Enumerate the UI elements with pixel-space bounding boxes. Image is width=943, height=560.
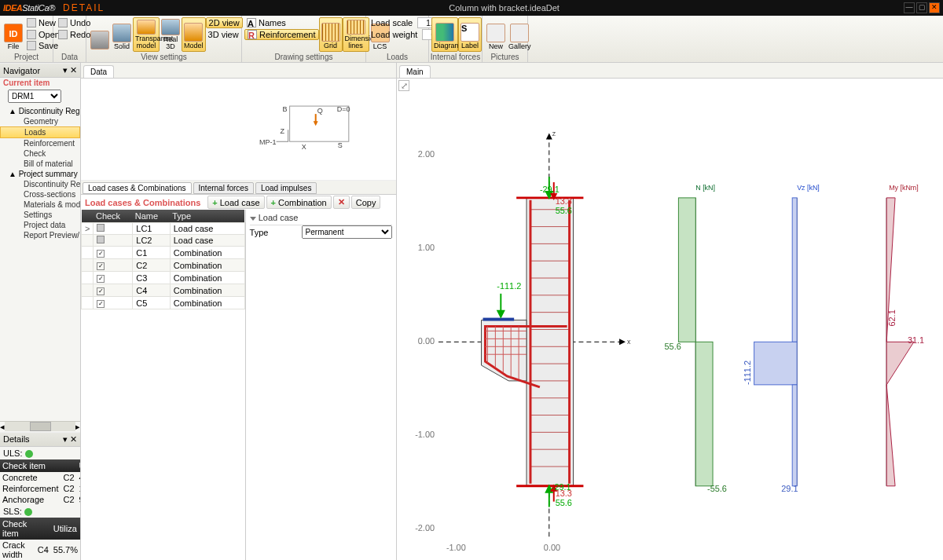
svg-text:0.00: 0.00 (544, 543, 560, 552)
sls-table: Check itemUtiliza Crack widthC455.7% (0, 518, 80, 560)
nav-hscroll[interactable]: ◂▸ (0, 421, 80, 432)
svg-text:-29.1: -29.1 (552, 482, 571, 492)
nav-tree: ▲ Discontinuity RegionGeometryLoadsReinf… (0, 106, 80, 421)
restore-icon[interactable]: ▢ (916, 2, 927, 13)
svg-marker-88 (886, 385, 895, 486)
nav-item[interactable]: Check (0, 148, 80, 159)
brand-reg: ® (49, 3, 55, 13)
sls-label: SLS: (0, 505, 80, 518)
titlebar: IDEA StatiCa ® DETAIL Column with bracke… (0, 0, 943, 16)
type-select[interactable]: Permanent (302, 225, 392, 239)
type-label: Type (250, 228, 297, 237)
dimlines-button[interactable]: Dimension lines (343, 17, 369, 52)
brand-name: StatiCa (22, 3, 49, 13)
drawing-canvas[interactable]: 2.00 1.00 0.00 -1.00 -2.00 -1.00 0.00 x … (397, 93, 943, 560)
current-item-select[interactable]: DRM1 (8, 90, 61, 103)
prop-head: Load case (259, 213, 299, 222)
tab-data[interactable]: Data (83, 65, 114, 78)
table-row[interactable]: LC2Load case (82, 235, 245, 247)
add-combination-button[interactable]: +Combination (266, 196, 332, 209)
grid-button[interactable]: Grid (319, 17, 343, 52)
reinforcement-button[interactable]: RReinforcement (244, 29, 319, 40)
nav-item[interactable]: ▲ Discontinuity Region (0, 106, 80, 116)
svg-text:55.6: 55.6 (665, 342, 681, 351)
new-picture-button[interactable]: New (485, 17, 507, 52)
group-loads-label: Loads (366, 53, 428, 61)
nav-item[interactable]: Cross-sections (0, 189, 80, 199)
ok-icon (24, 508, 32, 516)
names-button[interactable]: ANames (244, 17, 319, 28)
svg-text:-55.6: -55.6 (707, 484, 727, 493)
svg-rect-23 (527, 198, 574, 486)
svg-marker-87 (886, 342, 914, 385)
diagram-button[interactable]: Diagram (431, 17, 458, 52)
svg-text:62.1: 62.1 (887, 309, 897, 326)
svg-text:B: B (283, 105, 288, 113)
svg-text:29.1: 29.1 (781, 484, 798, 493)
view3d-button[interactable]: 3D view (206, 29, 243, 40)
viewmode-button[interactable] (89, 17, 111, 52)
minimize-icon[interactable]: — (904, 2, 915, 13)
table-row[interactable]: ✓C3Combination (82, 272, 245, 284)
close-icon[interactable]: ✕ (929, 2, 940, 13)
nav-item[interactable]: Report Preview/Print (0, 230, 80, 240)
svg-marker-21 (546, 134, 552, 140)
svg-rect-80 (754, 342, 798, 385)
group-project-label: Project (0, 53, 53, 61)
nav-item[interactable]: Bill of material (0, 159, 80, 169)
window-title: Column with bracket.ideaDet (105, 3, 904, 13)
table-row[interactable]: ✓C4Combination (82, 284, 245, 297)
expand-icon[interactable]: ⤢ (398, 80, 409, 91)
nav-item[interactable]: Reinforcement (0, 138, 80, 148)
svg-text:1.00: 1.00 (418, 243, 435, 252)
ok-icon (25, 450, 33, 458)
svg-text:Vz [kN]: Vz [kN] (797, 184, 820, 192)
nav-item[interactable]: Discontinuity Region (0, 179, 80, 189)
nav-item[interactable]: Materials & models (0, 199, 80, 210)
brand-logo: IDEA (3, 3, 22, 13)
svg-marker-57 (497, 311, 504, 317)
tab-internal-forces[interactable]: Internal forces (193, 182, 254, 194)
svg-text:-1.00: -1.00 (446, 543, 466, 552)
real3d-button[interactable]: Real 3D (160, 17, 182, 52)
svg-text:Z: Z (281, 127, 285, 135)
table-row[interactable]: ✓C2Combination (82, 259, 245, 272)
data-panel: Data B D=0 MP-1 Q Z X S Load cases & Com… (81, 63, 397, 560)
svg-marker-18 (619, 339, 626, 345)
svg-text:-111.2: -111.2 (497, 281, 521, 291)
transparent-button[interactable]: Transparent model (133, 17, 160, 52)
table-row[interactable]: ✓C5Combination (82, 297, 245, 309)
copy-button[interactable]: Copy (351, 196, 381, 209)
model-button[interactable]: Model (182, 17, 206, 52)
nav-item[interactable]: ▲ Project summary (0, 169, 80, 179)
table-row[interactable]: >LC1Load case (82, 223, 245, 235)
nav-item[interactable]: Project data (0, 220, 80, 230)
view2d-button[interactable]: 2D view (206, 17, 243, 28)
svg-rect-74 (695, 342, 713, 485)
svg-rect-53 (483, 318, 515, 321)
uls-label: ULS: (0, 447, 80, 459)
tab-loadcases[interactable]: Load cases & Combinations (83, 182, 192, 194)
tab-load-impulses[interactable]: Load impulses (255, 182, 317, 194)
delete-button[interactable]: ✕ (333, 196, 350, 209)
add-loadcase-button[interactable]: +Load case (207, 196, 264, 209)
label-button[interactable]: SLabel (458, 17, 482, 52)
svg-text:-2.00: -2.00 (415, 523, 435, 533)
svg-text:Q: Q (317, 107, 323, 115)
nav-item[interactable]: Settings (0, 210, 80, 220)
svg-text:-1.00: -1.00 (415, 430, 435, 439)
nav-item[interactable]: Geometry (0, 116, 80, 126)
nav-item[interactable]: Loads (0, 126, 80, 138)
tab-main[interactable]: Main (399, 65, 431, 78)
gallery-button[interactable]: Gallery (507, 17, 533, 52)
svg-text:55.6: 55.6 (556, 206, 572, 215)
table-row[interactable]: ✓C1Combination (82, 247, 245, 259)
solid-button[interactable]: Solid (111, 17, 133, 52)
main-viewer: Main ⤢ 2.00 1.00 0.00 -1.00 -2.00 -1.00 … (397, 63, 943, 560)
file-button[interactable]: IDFile (2, 17, 24, 52)
svg-text:-29.1: -29.1 (540, 185, 560, 194)
product-line: DETAIL (63, 2, 105, 13)
loadcase-table[interactable]: Check Name Type >LC1Load caseLC2Load cas… (81, 210, 245, 309)
svg-rect-73 (678, 198, 695, 342)
sub-tabs: Load cases & Combinations Internal force… (81, 181, 396, 195)
